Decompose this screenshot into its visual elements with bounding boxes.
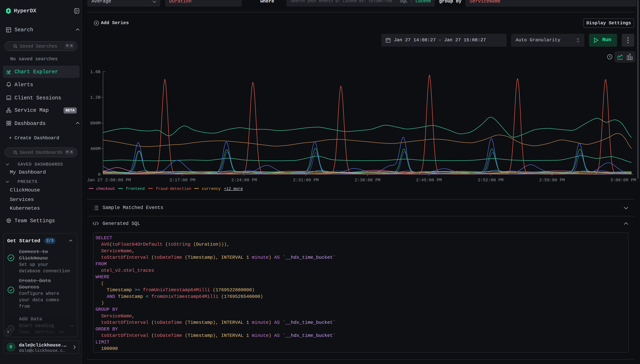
svg-text:1.2B: 1.2B [90, 95, 101, 100]
svg-text:2:52:00 PM: 2:52:00 PM [478, 178, 503, 182]
svg-text:currency: currency [202, 187, 221, 191]
svg-text:fraud-detection: fraud-detection [156, 187, 191, 191]
svg-text:3:08:00 PM: 3:08:00 PM [610, 178, 636, 182]
svg-text:+12 more: +12 more [224, 187, 243, 191]
svg-text:2:31:00 PM: 2:31:00 PM [293, 178, 319, 182]
svg-text:0: 0 [98, 172, 101, 177]
svg-text:2:38:00 PM: 2:38:00 PM [355, 178, 380, 182]
svg-text:checkout: checkout [96, 187, 115, 191]
svg-text:2:17:00 PM: 2:17:00 PM [170, 178, 195, 182]
svg-text:1.6B: 1.6B [90, 70, 101, 74]
svg-text:400M: 400M [90, 146, 101, 151]
svg-text:2:45:00 PM: 2:45:00 PM [416, 178, 442, 182]
svg-text:frontend: frontend [126, 187, 145, 191]
svg-text:Jan 27 2:08:00 PM: Jan 27 2:08:00 PM [87, 178, 131, 182]
svg-text:800M: 800M [90, 121, 101, 126]
svg-text:2:24:00 PM: 2:24:00 PM [231, 178, 257, 182]
svg-text:2:59:00 PM: 2:59:00 PM [539, 178, 565, 182]
